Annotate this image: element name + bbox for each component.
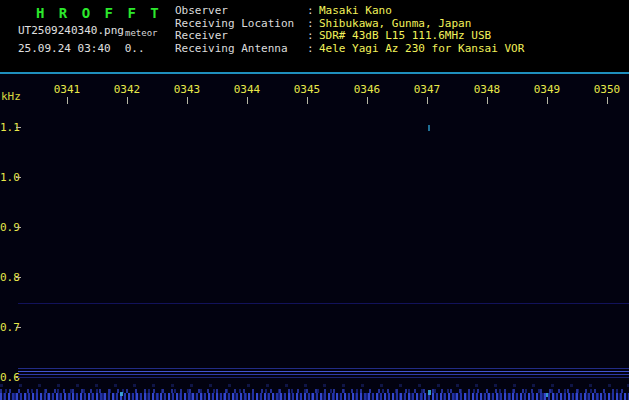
info-label: Observer xyxy=(175,5,307,18)
progress-counter: 0.. xyxy=(125,42,145,55)
carrier-line xyxy=(18,374,629,375)
x-tick-mark xyxy=(247,97,248,104)
noise-band xyxy=(0,393,629,400)
hrofft-screen: H R O F F T UT2509240340.pngmeteor 25.09… xyxy=(0,0,629,400)
info-value: 4ele Yagi Az 230 for Kansai VOR xyxy=(319,43,524,56)
y-tick-mark xyxy=(16,227,21,228)
y-tick-label: 0.9 xyxy=(0,221,15,234)
x-tick-label: 0341 xyxy=(53,83,81,96)
info-separator: : xyxy=(307,43,319,56)
info-label: Receiving Antenna xyxy=(175,43,307,56)
meteor-echo-mark xyxy=(428,125,430,131)
x-tick-mark xyxy=(127,97,128,104)
noise-band xyxy=(0,384,629,387)
y-tick-mark xyxy=(16,277,21,278)
info-separator: : xyxy=(307,5,319,18)
x-tick-label: 0348 xyxy=(473,83,501,96)
y-tick-mark xyxy=(16,127,21,128)
mode-label: meteor xyxy=(125,28,158,38)
y-axis-unit-label: kHz xyxy=(1,90,21,103)
file-line: UT2509240340.pngmeteor xyxy=(18,24,157,37)
info-label: Receiver xyxy=(175,30,307,43)
x-tick-mark xyxy=(67,97,68,104)
x-tick-label: 0342 xyxy=(113,83,141,96)
noise-speck xyxy=(546,393,548,397)
y-tick-label: 1.0 xyxy=(0,171,15,184)
y-tick-mark xyxy=(16,177,21,178)
x-tick-label: 0345 xyxy=(293,83,321,96)
info-row: Receiving Antenna : 4ele Yagi Az 230 for… xyxy=(175,43,524,56)
carrier-line xyxy=(18,377,629,378)
y-tick-label: 0.7 xyxy=(0,321,15,334)
output-filename: UT2509240340.png xyxy=(18,24,124,37)
x-tick-label: 0349 xyxy=(533,83,561,96)
x-tick-mark xyxy=(187,97,188,104)
x-tick-label: 0343 xyxy=(173,83,201,96)
x-tick-mark xyxy=(367,97,368,104)
x-tick-label: 0350 xyxy=(593,83,621,96)
info-separator: : xyxy=(307,30,319,43)
date-line: 25.09.24 03:400.. xyxy=(18,42,145,55)
info-value: SDR# 43dB L15 111.6MHz USB xyxy=(319,30,491,43)
x-tick-mark xyxy=(487,97,488,104)
station-info: Observer : Masaki Kano Receiving Locatio… xyxy=(175,5,524,55)
faint-carrier-line xyxy=(18,303,629,304)
app-title: H R O F F T xyxy=(36,5,162,21)
y-tick-mark xyxy=(16,327,21,328)
carrier-line xyxy=(18,368,629,369)
x-tick-mark xyxy=(427,97,428,104)
info-row: Receiver : SDR# 43dB L15 111.6MHz USB xyxy=(175,30,524,43)
x-tick-mark xyxy=(547,97,548,104)
y-tick-label: 0.8 xyxy=(0,271,15,284)
noise-speck xyxy=(428,390,431,395)
info-row: Observer : Masaki Kano xyxy=(175,5,524,18)
carrier-line xyxy=(18,371,629,372)
x-tick-mark xyxy=(307,97,308,104)
y-tick-label: 0.6 xyxy=(0,371,15,384)
x-tick-label: 0347 xyxy=(413,83,441,96)
x-tick-mark xyxy=(607,97,608,104)
info-value: Masaki Kano xyxy=(319,5,392,18)
datetime-label: 25.09.24 03:40 xyxy=(18,42,111,55)
y-tick-label: 1.1 xyxy=(0,121,15,134)
spectrogram-plot-area: kHz 0341 0342 0343 0344 0345 0346 0347 0… xyxy=(0,74,629,400)
x-tick-label: 0344 xyxy=(233,83,261,96)
noise-speck xyxy=(120,392,123,396)
x-tick-label: 0346 xyxy=(353,83,381,96)
